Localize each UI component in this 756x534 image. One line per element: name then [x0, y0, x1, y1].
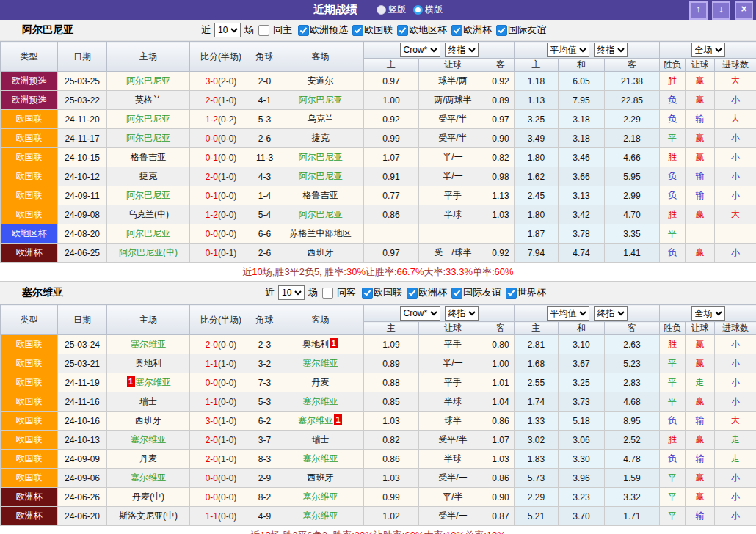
avg-home: 1.13: [515, 91, 559, 110]
team-name[interactable]: 阿尔巴尼亚: [126, 190, 170, 200]
avg-draw: 3.23: [559, 488, 605, 507]
odds-time-select[interactable]: 终指: [445, 43, 479, 57]
avg-draw: 3.10: [559, 335, 605, 354]
result-handicap: 赢: [686, 354, 715, 373]
team-name[interactable]: 塞尔维亚: [303, 511, 338, 521]
away-team-cell: 瑞士: [277, 431, 364, 450]
avg-draw: 3.73: [559, 392, 605, 412]
column-header: 类型: [1, 305, 58, 335]
vertical-radio[interactable]: [377, 5, 386, 15]
team-name[interactable]: 塞尔维亚: [303, 453, 338, 464]
full-score: 0-0: [206, 229, 218, 239]
games-count-select[interactable]: 10: [214, 23, 241, 37]
team-name[interactable]: 塞尔维亚: [303, 358, 338, 368]
odds-time-select[interactable]: 终指: [445, 306, 479, 321]
odds-home: 0.97: [364, 244, 419, 263]
avg-draw: 3.66: [559, 167, 605, 186]
team-name[interactable]: 阿尔巴尼亚: [299, 95, 343, 105]
home-team-cell: 阿尔巴尼亚: [107, 224, 190, 244]
column-header: 客场: [277, 305, 364, 335]
team-name[interactable]: 塞尔维亚: [303, 491, 338, 502]
team-name[interactable]: 塞尔维亚: [303, 396, 338, 406]
team-name[interactable]: 阿尔巴尼亚: [126, 76, 170, 86]
sub-column-header: 胜负: [660, 59, 686, 72]
avg-source-select[interactable]: 平均值: [547, 43, 589, 57]
avg-home: 1.74: [515, 392, 559, 412]
home-team-cell: 阿尔巴尼亚: [107, 72, 190, 91]
games-count-select[interactable]: 10: [278, 285, 305, 300]
avg-draw: 3.06: [559, 431, 605, 450]
close-button[interactable]: ×: [735, 1, 753, 20]
competition-checkbox[interactable]: [362, 288, 373, 299]
sub-column-header: 客: [487, 322, 515, 335]
team-name[interactable]: 塞尔维亚: [131, 339, 166, 349]
avg-draw: 3.18: [559, 129, 605, 148]
scroll-down-button[interactable]: ↓: [712, 1, 730, 20]
avg-away: 3.32: [605, 488, 660, 507]
competition-checkbox[interactable]: [298, 25, 309, 36]
team-name[interactable]: 阿尔巴尼亚: [299, 209, 343, 219]
avg-dropdown-cell: 平均值终指: [515, 305, 660, 322]
full-score: 0-0: [206, 492, 218, 502]
corner-cell: 4-3: [252, 167, 277, 186]
avg-time-select[interactable]: 终指: [594, 306, 628, 321]
team-name[interactable]: 塞尔维亚: [131, 472, 166, 483]
team-name[interactable]: 阿尔巴尼亚: [126, 133, 170, 143]
team-name[interactable]: 阿尔巴尼亚: [299, 171, 343, 181]
team-name: 西班牙: [308, 472, 334, 483]
avg-time-select[interactable]: 终指: [594, 43, 628, 57]
score-cell: 0-1(0-1): [190, 244, 252, 263]
odds-away: 0.90: [487, 129, 515, 148]
result-outcome: 平: [660, 507, 686, 526]
scope-select[interactable]: 全场: [691, 43, 725, 57]
match-row: 欧洲杯24-06-26丹麦(中)0-0(0-0)8-2塞尔维亚0.99平/半0.…: [1, 488, 756, 507]
team-name[interactable]: 阿尔巴尼亚(中): [119, 247, 178, 257]
competition-checkbox[interactable]: [451, 25, 462, 36]
team-name[interactable]: 阿尔巴尼亚: [126, 228, 170, 238]
result-goals: 小: [715, 167, 756, 186]
half-score: (1-0): [218, 435, 236, 445]
avg-source-select[interactable]: 平均值: [547, 306, 589, 321]
team-name[interactable]: 阿尔巴尼亚: [299, 152, 343, 162]
competition-checkbox[interactable]: [352, 25, 363, 36]
competition-checkbox[interactable]: [496, 25, 507, 36]
result-handicap: 赢: [686, 148, 715, 167]
corner-cell: 8-2: [252, 488, 277, 507]
sub-column-header: 主: [515, 322, 559, 335]
odds-source-select[interactable]: Crow*: [400, 306, 440, 321]
result-goals: 小: [715, 392, 756, 412]
scroll-up-button[interactable]: ↑: [689, 1, 708, 20]
match-date: 25-03-21: [58, 354, 107, 373]
away-team-cell: 阿尔巴尼亚: [277, 148, 364, 167]
team-name[interactable]: 阿尔巴尼亚: [126, 114, 170, 124]
result-goals: 大: [715, 72, 756, 91]
competition-checkbox[interactable]: [407, 288, 418, 299]
handicap-line: 半球: [419, 205, 487, 224]
half-score: (0-0): [218, 210, 236, 220]
match-date: 24-09-08: [58, 205, 107, 224]
home-team-cell: 斯洛文尼亚(中): [107, 507, 190, 526]
avg-away: 5.95: [605, 167, 660, 186]
handicap-line: 半球: [419, 450, 487, 469]
orientation-radio-group: 竖版 横版: [369, 4, 443, 16]
team-name[interactable]: 塞尔维亚: [131, 434, 166, 445]
competition-checkbox[interactable]: [451, 288, 462, 299]
team-name[interactable]: 塞尔维亚: [136, 377, 171, 387]
competition-checkbox[interactable]: [506, 288, 517, 299]
competition-checkbox[interactable]: [397, 25, 408, 36]
odds-source-select[interactable]: Crow*: [400, 43, 440, 57]
sub-column-header: 进球数: [715, 322, 756, 335]
same-venue-checkbox[interactable]: [258, 25, 269, 36]
odds-home: 0.86: [364, 450, 419, 469]
match-date: 24-09-09: [58, 450, 107, 469]
team-name[interactable]: 塞尔维亚: [298, 415, 333, 425]
horizontal-radio[interactable]: [413, 5, 423, 15]
same-venue-checkbox[interactable]: [322, 288, 333, 299]
full-score: 3-0: [206, 76, 218, 87]
competition-label: 欧国联: [364, 23, 393, 37]
corner-cell: 5-3: [252, 392, 277, 412]
scope-select[interactable]: 全场: [691, 306, 725, 321]
avg-draw: 3.70: [559, 507, 605, 526]
score-cell: 2-0(1-0): [190, 91, 252, 110]
summary-segment: 10%: [487, 530, 506, 534]
